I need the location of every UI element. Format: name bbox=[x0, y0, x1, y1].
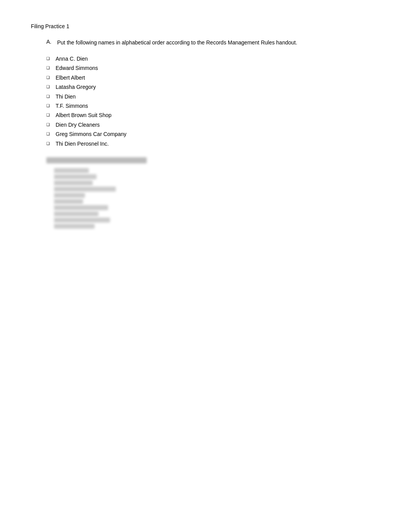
bullet-icon: ❑ bbox=[46, 131, 56, 137]
list-item: ❑Greg Simmons Car Company bbox=[46, 130, 379, 138]
list-item: ❑Anna C. Dien bbox=[46, 54, 379, 63]
list-item-text: Elbert Albert bbox=[56, 73, 85, 82]
list-item: ❑Dien Dry Cleaners bbox=[46, 121, 379, 129]
list-item: ❑Albert Brown Suit Shop bbox=[46, 111, 379, 119]
list-item-text: Thi Dien bbox=[56, 92, 76, 101]
bullet-icon: ❑ bbox=[46, 56, 56, 62]
list-item-text: Thi Dien Perosnel Inc. bbox=[56, 139, 109, 148]
list-item: ❑Thi Dien bbox=[46, 92, 379, 101]
bullet-icon: ❑ bbox=[46, 65, 56, 71]
blurred-item-7 bbox=[54, 205, 108, 210]
bullet-icon: ❑ bbox=[46, 112, 56, 118]
list-item: ❑Edward Simmons bbox=[46, 64, 379, 72]
blurred-item-8 bbox=[54, 211, 98, 216]
section-a: A. Put the following names in alphabetic… bbox=[46, 39, 379, 47]
list-item: ❑Latasha Gregory bbox=[46, 83, 379, 91]
list-item-text: Dien Dry Cleaners bbox=[56, 121, 100, 129]
page-container: Filing Practice 1 A. Put the following n… bbox=[31, 23, 379, 229]
list-item-text: T.F. Simmons bbox=[56, 102, 88, 110]
bullet-icon: ❑ bbox=[46, 122, 56, 128]
blurred-section bbox=[46, 157, 379, 229]
section-a-letter: A. bbox=[46, 39, 54, 45]
bullet-icon: ❑ bbox=[46, 93, 56, 100]
blurred-item-1 bbox=[54, 168, 89, 173]
section-a-instruction: Put the following names in alphabetical … bbox=[57, 39, 297, 47]
bullet-icon: ❑ bbox=[46, 84, 56, 90]
blurred-list bbox=[54, 168, 379, 229]
bullet-icon: ❑ bbox=[46, 141, 56, 147]
list-item: ❑Elbert Albert bbox=[46, 73, 379, 82]
blurred-item-4 bbox=[54, 187, 116, 192]
blurred-item-6 bbox=[54, 199, 83, 204]
blurred-item-9 bbox=[54, 218, 110, 223]
list-item-text: Edward Simmons bbox=[56, 64, 98, 72]
list-item-text: Latasha Gregory bbox=[56, 83, 96, 91]
bullet-icon: ❑ bbox=[46, 103, 56, 109]
page-title: Filing Practice 1 bbox=[31, 23, 379, 29]
list-item-text: Greg Simmons Car Company bbox=[56, 130, 127, 138]
blurred-section-label bbox=[46, 157, 147, 163]
list-container: ❑Anna C. Dien❑Edward Simmons❑Elbert Albe… bbox=[46, 54, 379, 148]
bullet-icon: ❑ bbox=[46, 75, 56, 81]
blurred-item-5 bbox=[54, 193, 85, 198]
list-item-text: Anna C. Dien bbox=[56, 54, 88, 63]
list-item: ❑T.F. Simmons bbox=[46, 102, 379, 110]
blurred-item-3 bbox=[54, 180, 93, 185]
section-a-label: A. Put the following names in alphabetic… bbox=[46, 39, 379, 47]
list-item-text: Albert Brown Suit Shop bbox=[56, 111, 112, 119]
blurred-item-10 bbox=[54, 224, 95, 229]
blurred-item-2 bbox=[54, 174, 97, 179]
list-item: ❑Thi Dien Perosnel Inc. bbox=[46, 139, 379, 148]
